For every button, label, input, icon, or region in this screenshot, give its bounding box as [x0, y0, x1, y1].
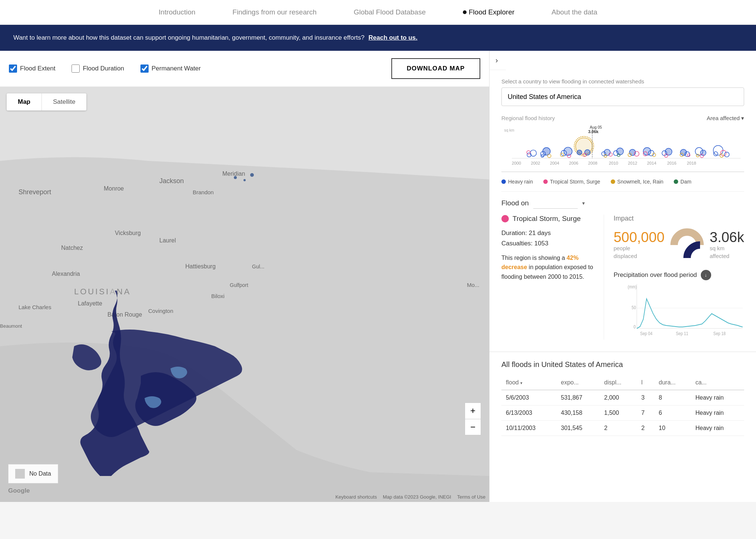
svg-text:Sep 11: Sep 11 [676, 331, 688, 336]
cell-dura: 6 [654, 405, 691, 420]
svg-text:2006: 2006 [569, 161, 578, 165]
zoom-in-button[interactable]: + [465, 403, 481, 419]
cell-date: 10/11/2003 [501, 420, 557, 436]
svg-text:Lafayette: Lafayette [78, 300, 102, 307]
svg-text:Gulfport: Gulfport [230, 282, 248, 288]
nav-findings[interactable]: Findings from our research [232, 8, 316, 16]
map-legend: No Data [8, 464, 58, 483]
all-floods-title: All floods in United States of America [501, 360, 744, 369]
nav-about[interactable]: About the data [551, 8, 597, 16]
svg-text:Gul...: Gul... [252, 264, 264, 270]
nav-introduction[interactable]: Introduction [159, 8, 195, 16]
svg-text:2010: 2010 [609, 161, 618, 165]
svg-text:2008: 2008 [588, 161, 597, 165]
precip-title: Precipitation over flood period [614, 271, 697, 279]
permanent-water-checkbox-label[interactable]: Permanent Water [140, 65, 201, 73]
svg-text:2014: 2014 [647, 161, 656, 165]
svg-point-50 [617, 148, 624, 155]
impact-donut-chart [670, 228, 704, 262]
svg-point-39 [577, 150, 582, 155]
cell-date: 6/13/2003 [501, 405, 557, 420]
svg-text:Monroe: Monroe [104, 185, 124, 192]
svg-text:Sep 18: Sep 18 [713, 331, 726, 336]
download-precip-icon[interactable]: ↓ [701, 270, 711, 280]
svg-text:Aug 05: Aug 05 [590, 125, 602, 129]
flood-on-label: Flood on [501, 199, 529, 207]
controls-bar: Flood Extent Flood Duration Permanent Wa… [0, 51, 489, 87]
flood-extent-checkbox-label[interactable]: Flood Extent [9, 65, 55, 73]
svg-text:Meridian: Meridian [222, 171, 245, 177]
flood-on-arrow-icon: ▾ [582, 200, 585, 206]
svg-text:LOUISIANA: LOUISIANA [74, 287, 131, 296]
main-layout: Flood Extent Flood Duration Permanent Wa… [0, 51, 756, 502]
map-view-toggle: Map Satellite [7, 93, 86, 110]
zoom-out-button[interactable]: − [465, 419, 481, 435]
col-expo[interactable]: expo... [557, 376, 600, 390]
svg-point-69 [696, 154, 699, 156]
flood-on-dropdown[interactable] [533, 198, 578, 209]
svg-point-40 [585, 149, 590, 155]
nav-active-dot [463, 10, 467, 14]
table-row[interactable]: 10/11/2003 301,545 2 2 10 Heavy rain [501, 420, 744, 436]
permanent-water-checkbox[interactable] [140, 65, 149, 73]
nav-database[interactable]: Global Flood Database [354, 8, 425, 16]
svg-point-60 [665, 148, 672, 155]
col-l[interactable]: l [637, 376, 654, 390]
svg-point-31 [547, 154, 551, 157]
svg-text:Brandon: Brandon [193, 189, 214, 195]
svg-text:2012: 2012 [628, 161, 637, 165]
tropical-storm-label: Tropical Storm, Surge [550, 179, 600, 185]
banner: Want to learn more about how this datase… [0, 25, 756, 51]
area-affected-button[interactable]: Area affected ▾ [707, 115, 744, 122]
cell-displ: 1,500 [600, 405, 637, 420]
flood-duration-checkbox-label[interactable]: Flood Duration [72, 65, 124, 73]
zoom-controls: + − [465, 403, 481, 435]
svg-point-27 [530, 150, 537, 156]
expand-panel-button[interactable]: › [490, 51, 506, 70]
country-select[interactable]: United States of America [501, 87, 744, 106]
map-svg: Shreveport Monroe Jackson Brandon Meridi… [0, 87, 489, 502]
cell-l: 2 [637, 420, 654, 436]
svg-text:2016: 2016 [667, 161, 676, 165]
download-map-button[interactable]: DOWNLOAD MAP [391, 58, 480, 79]
svg-text:Jackson: Jackson [159, 177, 184, 185]
flood-duration-checkbox[interactable] [72, 65, 80, 73]
legend-swatch [15, 469, 25, 479]
col-dura[interactable]: dura... [654, 376, 691, 390]
circle-chart: sq km [501, 124, 744, 172]
col-ca[interactable]: ca... [691, 376, 744, 390]
chart-legend: Heavy rain Tropical Storm, Surge Snowmel… [501, 176, 744, 188]
svg-text:2004: 2004 [550, 161, 559, 165]
sq-km-num: 3.06k [710, 230, 744, 244]
svg-text:Shreveport: Shreveport [19, 188, 51, 196]
svg-point-55 [643, 148, 651, 155]
table-row[interactable]: 6/13/2003 430,158 1,500 7 6 Heavy rain [501, 405, 744, 420]
left-panel: Flood Extent Flood Duration Permanent Wa… [0, 51, 489, 502]
terms-of-use[interactable]: Terms of Use [457, 494, 485, 500]
section-divider [501, 191, 744, 192]
col-displ[interactable]: displ... [600, 376, 637, 390]
flood-duration: Duration: 21 days [501, 229, 596, 237]
flood-type-text: Tropical Storm, Surge [513, 215, 581, 223]
nav-flood-explorer[interactable]: Flood Explorer [463, 8, 515, 16]
svg-text:Lake Charles: Lake Charles [19, 304, 51, 310]
banner-link[interactable]: Reach out to us. [368, 34, 417, 41]
impact-title: Impact [614, 215, 744, 222]
detail-impact-row: Tropical Storm, Surge Duration: 21 days … [501, 215, 744, 340]
table-header-row: flood ▾ expo... displ... l dura... ca... [501, 376, 744, 390]
cell-cause: Heavy rain [691, 390, 744, 406]
cell-displ: 2 [600, 420, 637, 436]
people-displaced-num: 500,000 [614, 230, 664, 244]
col-flood[interactable]: flood ▾ [501, 376, 557, 390]
map-view-map-button[interactable]: Map [7, 93, 42, 110]
flood-extent-checkbox[interactable] [9, 65, 17, 73]
table-row[interactable]: 5/6/2003 531,867 2,000 3 8 Heavy rain [501, 390, 744, 406]
map-view-satellite-button[interactable]: Satellite [42, 93, 86, 110]
keyboard-shortcuts[interactable]: Keyboard shortcuts [335, 494, 377, 500]
dropdown-arrow-icon: ▾ [741, 115, 744, 122]
cell-expo: 301,545 [557, 420, 600, 436]
cell-expo: 430,158 [557, 405, 600, 420]
cell-dura: 10 [654, 420, 691, 436]
svg-text:Covington: Covington [148, 308, 173, 314]
dam-label: Dam [680, 179, 692, 185]
